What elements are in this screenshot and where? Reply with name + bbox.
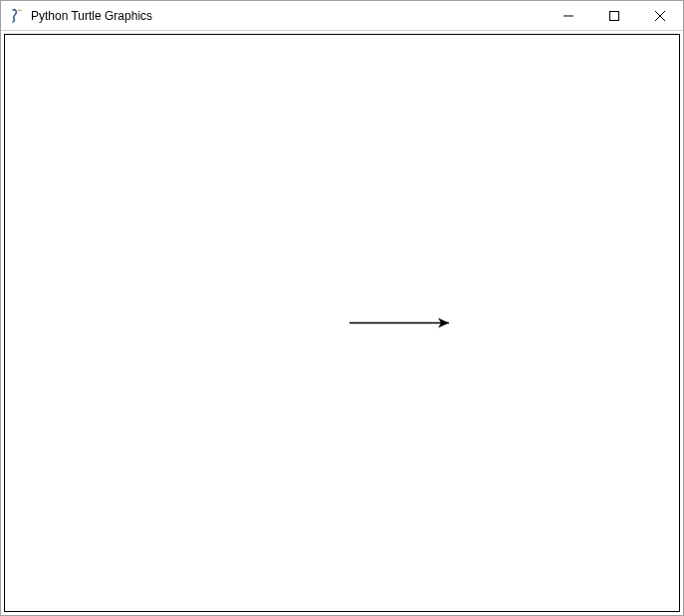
close-button[interactable] (637, 1, 683, 30)
canvas-background (5, 35, 679, 611)
titlebar-controls (546, 1, 683, 30)
close-icon (655, 11, 665, 21)
minimize-button[interactable] (546, 1, 591, 30)
svg-rect-1 (610, 11, 619, 20)
titlebar[interactable]: Python Turtle Graphics (1, 1, 683, 31)
turtle-canvas (5, 35, 679, 611)
client-area (4, 34, 680, 612)
maximize-button[interactable] (591, 1, 637, 30)
minimize-icon (564, 11, 573, 21)
maximize-icon (609, 11, 619, 21)
app-icon (9, 8, 25, 24)
app-window: Python Turtle Graphics (0, 0, 684, 616)
window-title: Python Turtle Graphics (31, 9, 152, 23)
